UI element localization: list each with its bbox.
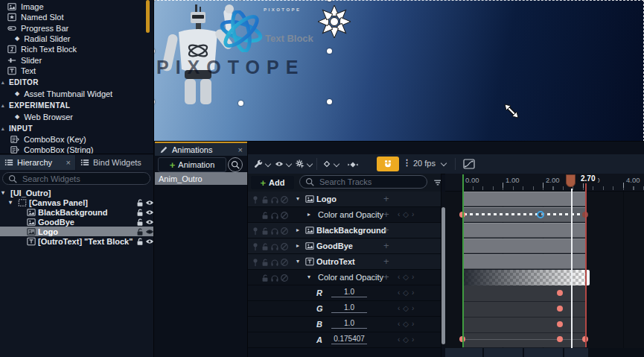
expander-icon[interactable]: ▾ — [307, 270, 310, 285]
keyframe-nav-icons[interactable]: ‹◇› — [398, 285, 417, 300]
solo-headphones-icon[interactable] — [270, 242, 279, 251]
channel-value-field[interactable]: 1.0 — [331, 303, 367, 313]
hierarchy-search[interactable] — [2, 172, 150, 185]
resize-handle-bottom-right[interactable] — [327, 99, 332, 104]
fps-dropdown[interactable]: 20 fps — [413, 159, 436, 168]
palette-item-image[interactable]: Image — [7, 1, 156, 11]
lock-icon[interactable] — [261, 211, 270, 220]
track-row-logo[interactable]: ▾ Logo + — [248, 192, 441, 207]
mute-slash-icon[interactable] — [280, 195, 289, 204]
track-row-goodbye[interactable]: ▸ GoodBye + — [248, 238, 441, 254]
section-bar-logo[interactable] — [462, 192, 585, 206]
palette-item-rich-text-block[interactable]: Rich Text Block — [7, 44, 156, 54]
expander-icon[interactable]: ▸ — [296, 238, 299, 253]
search-tracks-input[interactable] — [318, 177, 410, 187]
resize-handle-bottom-center[interactable] — [238, 101, 243, 106]
palette-item-progress-bar[interactable]: Progress Bar — [7, 23, 156, 33]
view-options-eye-icon[interactable] — [275, 159, 284, 168]
tab-bind-widgets[interactable]: Bind Widgets — [76, 155, 153, 170]
tree-row-logo-selected[interactable]: Logo — [0, 227, 153, 236]
track-row-outrotext[interactable]: ▾ OutroText + — [248, 254, 441, 270]
solo-headphones-icon[interactable] — [270, 258, 279, 267]
keyframe-nav-icons[interactable]: ‹◇› — [398, 207, 417, 222]
opacity-gradient-strip[interactable] — [462, 270, 587, 285]
mute-slash-icon[interactable] — [280, 227, 289, 236]
palette-item-web-browser[interactable]: ◆Web Browser — [15, 112, 164, 121]
lock-icon[interactable] — [261, 227, 270, 236]
lock-icon[interactable] — [261, 258, 270, 267]
keyframe-nav-icons[interactable]: ‹◇› — [398, 301, 417, 316]
expander-icon[interactable]: ▸ — [296, 223, 299, 238]
add-animation-button[interactable]: + Animation — [158, 157, 226, 172]
channel-row-g[interactable]: G 1.0 ‹◇› — [248, 301, 441, 317]
lock-icon[interactable] — [261, 274, 270, 282]
mute-slash-icon[interactable] — [280, 242, 289, 251]
pin-icon[interactable] — [251, 195, 260, 204]
keyframe-nav-icons[interactable]: ‹◇› — [398, 317, 417, 332]
selected-image-widget[interactable]: PIXOTOPE Text Block PIXOTOPE — [153, 0, 332, 104]
palette-item-named-slot[interactable]: Named Slot — [7, 12, 156, 22]
pin-icon[interactable] — [251, 242, 260, 251]
add-section-icon[interactable]: + — [383, 223, 389, 238]
chevron-down-icon[interactable] — [307, 161, 313, 167]
resize-handle-middle-right[interactable] — [327, 48, 332, 54]
channel-value-field[interactable]: 1.0 — [331, 319, 367, 329]
tree-row-blackbackground[interactable]: BlackBackground — [0, 207, 153, 217]
animation-search-button[interactable] — [228, 157, 243, 172]
snap-magnet-toggle[interactable] — [377, 157, 399, 171]
lock-icon[interactable] — [261, 242, 270, 251]
add-section-icon[interactable]: + — [383, 254, 389, 269]
channel-value-field[interactable]: 1.0 — [331, 288, 367, 297]
unlock-icon[interactable] — [136, 208, 144, 217]
range-thumb[interactable] — [445, 348, 588, 357]
search-widgets-input[interactable] — [21, 174, 136, 184]
chevron-down-icon[interactable] — [441, 160, 447, 166]
pin-icon[interactable] — [251, 258, 260, 267]
tree-row-ui-outro[interactable]: ▾ [UI_Outro] — [0, 188, 153, 198]
timeline-range-scrollbar[interactable] — [445, 348, 644, 357]
palette-item-combobox-key[interactable]: ComboBox (Key) — [10, 134, 159, 144]
solo-headphones-icon[interactable] — [270, 274, 279, 282]
expander-icon[interactable]: ▾ — [9, 199, 12, 206]
palette-section-experimental[interactable]: ▴EXPERIMENTAL — [1, 101, 150, 110]
keyframe-dot-b[interactable] — [557, 321, 563, 327]
palette-item-text[interactable]: Text — [7, 66, 156, 75]
auto-key-icon[interactable] — [348, 159, 358, 170]
section-bar-outrotext[interactable] — [462, 254, 585, 269]
rgba-channel-lanes[interactable] — [462, 285, 585, 347]
curve-editor-icon[interactable] — [462, 159, 476, 169]
timeline-lanes[interactable] — [445, 192, 644, 348]
timeline-ruler[interactable]: 0.00 1.00 2.00 3.00 4.00 — [445, 174, 644, 192]
unlock-icon[interactable] — [136, 218, 144, 227]
channel-row-a[interactable]: A 0.175407 ‹◇› — [248, 332, 441, 348]
keyframe-dot-r[interactable] — [557, 290, 563, 296]
tree-row-outrotext[interactable]: [OutroText] "Text Block" — [0, 236, 153, 246]
chevron-down-icon[interactable] — [265, 161, 271, 167]
expander-icon[interactable]: ▾ — [296, 254, 299, 269]
add-key-icon[interactable]: + — [383, 207, 389, 222]
keyframe-dot-g[interactable] — [557, 306, 563, 312]
playback-range-start-line[interactable] — [462, 174, 464, 347]
track-row-logo-color-opacity[interactable]: ▸ Color and Opacity + ‹◇› — [248, 207, 441, 223]
anchor-widget-icon[interactable] — [316, 3, 353, 40]
add-section-icon[interactable]: + — [383, 192, 389, 206]
track-row-blackbackground[interactable]: ▸ BlackBackground + — [248, 223, 441, 238]
channel-row-b[interactable]: B 1.0 ‹◇› — [248, 317, 441, 332]
keyframe-dot-a-mid[interactable] — [557, 336, 563, 342]
sequencer-settings-wrench-icon[interactable] — [254, 159, 263, 168]
unlock-icon[interactable] — [136, 227, 144, 236]
keyframe-nav-icons[interactable]: ‹◇› — [398, 270, 417, 285]
channel-row-r[interactable]: R 1.0 ‹◇› — [248, 285, 441, 301]
expander-icon[interactable]: ▸ — [307, 207, 310, 222]
close-icon[interactable]: × — [66, 158, 71, 167]
palette-scrollbar[interactable] — [146, 0, 150, 33]
palette-section-editor[interactable]: ▴EDITOR — [1, 78, 150, 87]
expander-icon[interactable]: ▾ — [1, 189, 4, 196]
tree-row-canvas-panel[interactable]: ▾ [Canvas Panel] — [0, 198, 153, 207]
playhead-marker[interactable] — [566, 174, 576, 187]
tab-animations[interactable]: Animations × — [155, 142, 247, 156]
scrollbar-thumb[interactable] — [441, 207, 445, 344]
lock-icon[interactable] — [261, 195, 270, 204]
snap-more-options-icon[interactable]: ⋮ — [403, 158, 411, 168]
tree-row-goodbye[interactable]: GoodBye — [0, 217, 153, 227]
